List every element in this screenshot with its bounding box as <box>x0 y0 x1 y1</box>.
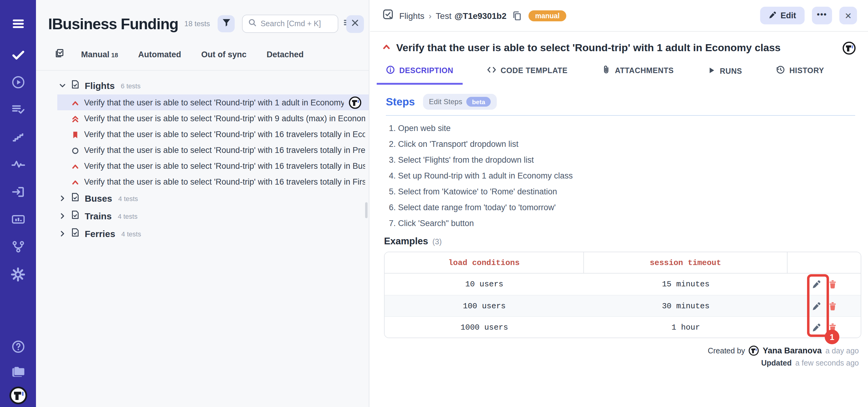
test-title: Verify that the user is able to select '… <box>84 114 365 123</box>
folder-flights[interactable]: Flights 6 tests <box>36 77 369 94</box>
copy-id-button[interactable] <box>512 11 522 21</box>
examples-header-row: load conditions session timeout <box>384 252 861 274</box>
test-row[interactable]: Verify that the user is able to select '… <box>57 142 369 158</box>
tree-scrollbar-thumb[interactable] <box>365 202 368 218</box>
cell-timeout: 1 hour <box>584 316 787 338</box>
edit-button-label: Edit <box>780 11 796 20</box>
edit-row-button[interactable] <box>812 280 821 289</box>
edit-row-button[interactable] <box>812 323 821 332</box>
beta-badge: beta <box>467 97 491 106</box>
menu-icon[interactable] <box>10 16 26 32</box>
folder-buses[interactable]: Buses 4 tests <box>36 189 369 207</box>
code-icon <box>487 65 496 76</box>
testomat-badge-icon <box>349 96 362 109</box>
filter-tabs: Manual18 Automated Out of sync Detached <box>36 48 369 71</box>
search-input[interactable] <box>260 20 333 28</box>
branches-icon[interactable] <box>10 239 26 255</box>
folder-trains[interactable]: Trains 4 tests <box>36 207 369 225</box>
annotation-badge: 1 <box>825 330 839 344</box>
test-row[interactable]: Verify that the user is able to select '… <box>57 174 369 189</box>
analytics-chart-icon[interactable] <box>10 212 26 227</box>
detail-tabs: DESCRIPTION CODE TEMPLATE ATTACHMENTS RU… <box>370 55 868 85</box>
test-row[interactable]: Verify that the user is able to select '… <box>57 126 369 142</box>
delete-row-button[interactable] <box>828 280 837 289</box>
edit-row-button[interactable] <box>812 301 821 310</box>
detail-header: Flights › Test @T1e9301b2 manual Edit ••… <box>370 0 868 32</box>
column-actions <box>787 252 861 274</box>
updated-line: Updated a few seconds ago <box>370 359 859 367</box>
search-icon <box>248 18 257 29</box>
tab-out-of-sync[interactable]: Out of sync <box>201 50 247 59</box>
test-plans-icon[interactable] <box>10 102 26 118</box>
more-actions-button[interactable]: ••• <box>812 7 832 24</box>
import-icon[interactable] <box>10 184 26 200</box>
steps-heading: Steps <box>386 95 415 108</box>
test-row[interactable]: Verify that the user is able to select '… <box>57 158 369 174</box>
edit-button[interactable]: Edit <box>760 7 805 24</box>
column-session-timeout: session timeout <box>584 252 787 274</box>
tab-manual[interactable]: Manual18 <box>81 50 118 59</box>
testomat-badge-icon <box>842 41 856 55</box>
chevron-right-icon <box>59 193 66 204</box>
info-icon <box>386 65 395 76</box>
app-logo[interactable] <box>9 386 27 405</box>
test-row-selected[interactable]: Verify that the user is able to select '… <box>57 94 369 110</box>
chevron-right-icon <box>59 228 66 239</box>
help-icon[interactable] <box>10 339 26 354</box>
tab-detached[interactable]: Detached <box>267 50 304 59</box>
close-panel-button[interactable] <box>346 15 364 33</box>
manual-count: 18 <box>111 52 118 59</box>
tab-code-template[interactable]: CODE TEMPLATE <box>478 65 577 85</box>
close-icon: ✕ <box>844 11 851 21</box>
pencil-icon <box>768 11 776 21</box>
edit-steps-button[interactable]: Edit Steps beta <box>423 94 497 110</box>
runs-play-icon[interactable] <box>10 74 26 90</box>
test-title: Verify that the user is able to select '… <box>84 145 365 154</box>
test-detail-title: Verify that the user is able to select '… <box>396 42 837 54</box>
folder-name: Buses <box>85 193 112 204</box>
steps-stairs-icon[interactable] <box>10 129 26 145</box>
test-tree: Flights 6 tests Verify that the user is … <box>36 71 369 243</box>
priority-highest-icon <box>71 114 79 122</box>
chevron-right-icon <box>59 211 66 221</box>
projects-folder-icon[interactable] <box>10 363 26 379</box>
activity-pulse-icon[interactable] <box>10 157 26 173</box>
tests-check-icon[interactable] <box>10 47 26 63</box>
example-row: 10 users 15 minutes <box>384 274 861 295</box>
checklist-icon[interactable] <box>54 48 65 61</box>
step-item: Open web site <box>398 124 868 133</box>
settings-gear-icon[interactable] <box>10 266 26 282</box>
suite-doc-icon <box>71 192 80 204</box>
tab-runs[interactable]: RUNS <box>699 66 751 85</box>
cell-timeout: 30 minutes <box>584 295 787 316</box>
avatar <box>749 345 759 356</box>
tab-attachments[interactable]: ATTACHMENTS <box>592 65 683 85</box>
steps-divider <box>386 115 855 116</box>
folder-ferries[interactable]: Ferries 4 tests <box>36 225 369 243</box>
delete-row-button[interactable] <box>828 301 837 310</box>
created-ago: a day ago <box>825 346 859 355</box>
filter-button[interactable] <box>218 15 235 32</box>
close-detail-button[interactable]: ✕ <box>839 7 857 24</box>
step-item: Select 'Flights' from the dropdown list <box>398 155 868 164</box>
examples-count: (3) <box>432 238 442 246</box>
test-id: @T1e9301b2 <box>455 11 506 21</box>
cell-load: 1000 users <box>384 316 584 338</box>
tab-history[interactable]: HISTORY <box>767 65 833 85</box>
close-icon <box>351 18 359 29</box>
project-title: IBusiness Funding <box>48 15 178 33</box>
tab-description[interactable]: DESCRIPTION <box>377 65 462 85</box>
step-item: Select date range from 'today' to 'tomor… <box>398 203 868 212</box>
example-row: 1000 users 1 hour <box>384 316 861 338</box>
folder-name: Ferries <box>85 228 115 239</box>
breadcrumb-separator: › <box>429 11 431 21</box>
breadcrumb-section[interactable]: Flights <box>399 11 424 21</box>
tab-automated[interactable]: Automated <box>138 50 181 59</box>
test-title: Verify that the user is able to select '… <box>84 161 365 170</box>
suite-doc-icon <box>71 80 80 91</box>
project-tests-count: 18 tests <box>184 20 210 28</box>
paperclip-icon <box>601 65 611 76</box>
test-row[interactable]: Verify that the user is able to select '… <box>57 110 369 126</box>
manual-badge: manual <box>528 10 566 21</box>
search-box <box>242 14 339 33</box>
